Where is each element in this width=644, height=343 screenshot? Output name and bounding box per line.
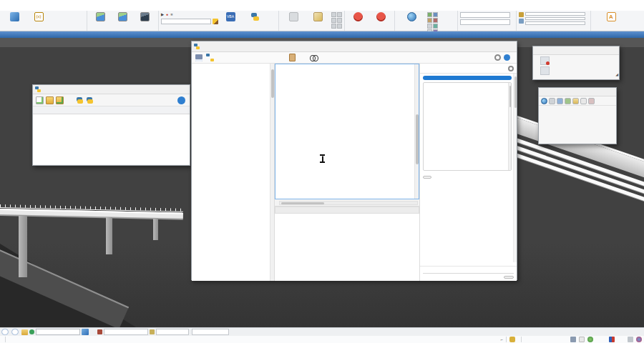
lock-icon[interactable] (509, 337, 515, 342)
show-annotation-elements-button[interactable]: A (593, 11, 629, 26)
coordinate-system-button[interactable] (397, 11, 426, 26)
gcs-details-icon[interactable] (549, 98, 555, 104)
assistant-scrollbar[interactable] (513, 74, 517, 262)
minimize-icon[interactable] (600, 89, 607, 96)
open-folder-icon[interactable] (46, 96, 54, 104)
help-icon[interactable] (504, 54, 510, 61)
convert-icon (118, 12, 127, 21)
new-script-icon[interactable] (36, 96, 44, 104)
debug-python-icon[interactable] (86, 96, 94, 104)
globe-status-icon[interactable] (587, 337, 593, 342)
maximize-icon[interactable] (168, 86, 177, 93)
input-underline[interactable] (423, 269, 514, 274)
snap-mode-icon[interactable]: ⌐ (500, 337, 503, 342)
signature-cell-button[interactable] (370, 11, 393, 26)
terminal-output[interactable] (275, 214, 419, 281)
named-expressions-button[interactable]: {x} (26, 11, 51, 26)
ole-button[interactable] (2, 11, 26, 26)
angle-field[interactable] (156, 329, 189, 335)
initialize-icon (313, 12, 323, 21)
settings-gear-icon[interactable] (494, 54, 501, 61)
edit-macro-icon[interactable] (213, 19, 218, 24)
close-icon[interactable] (178, 86, 187, 93)
view-titlebar[interactable] (0, 31, 644, 38)
acs-select[interactable] (525, 17, 585, 21)
z-field[interactable] (192, 329, 229, 335)
code-editor[interactable] (275, 64, 419, 199)
horizontal-scrollbar[interactable] (279, 201, 418, 205)
view-group-folder-icon[interactable] (21, 329, 28, 335)
gcs-export-icon[interactable] (572, 98, 579, 104)
run-python-icon[interactable] (76, 96, 84, 104)
python-editor-titlebar[interactable] (192, 41, 517, 52)
scale-lock-icon[interactable] (519, 19, 524, 24)
gcs-from-file-icon[interactable] (557, 98, 563, 104)
gcs-copy-icon[interactable] (580, 98, 587, 104)
annotation-scale-select[interactable] (525, 21, 585, 25)
record-button[interactable]: ● (166, 12, 168, 16)
display-button[interactable] (89, 11, 112, 26)
sync-icon[interactable] (579, 337, 585, 342)
vba-manager-button[interactable]: VBA (218, 11, 243, 26)
assistant-code-block[interactable] (423, 82, 512, 171)
maximize-icon[interactable] (495, 43, 504, 50)
code-scrollbar[interactable] (414, 64, 419, 199)
stop-button[interactable]: ■ (170, 12, 172, 16)
minimize-icon[interactable] (158, 86, 167, 93)
minimize-icon[interactable] (485, 43, 494, 50)
bridge-pier (106, 217, 112, 254)
find-icon[interactable] (310, 55, 318, 60)
minimize-icon[interactable] (603, 47, 610, 54)
terminal-header[interactable] (275, 207, 419, 214)
python-manager-column-headers[interactable] (33, 106, 190, 114)
connect-button[interactable] (281, 11, 306, 26)
gcs-titlebar[interactable] (539, 88, 616, 96)
status-extra-icon-2[interactable] (636, 337, 642, 342)
ribbon-group-drawing-scale (517, 11, 591, 31)
save-icon[interactable] (195, 54, 203, 61)
close-icon[interactable] (610, 47, 617, 54)
code-block-scrollbar[interactable] (508, 83, 511, 170)
view-group-select[interactable] (36, 329, 80, 335)
drawing-scale-select-1[interactable] (525, 12, 585, 16)
close-icon[interactable] (608, 89, 614, 96)
python-manager-titlebar[interactable] (33, 85, 190, 94)
gcs-from-placemark-icon[interactable] (565, 98, 571, 104)
gcs-delete-icon[interactable] (588, 98, 595, 104)
close-icon[interactable] (505, 43, 514, 50)
resize-corner-icon[interactable]: ◢ (615, 72, 618, 76)
select-extra-icon[interactable] (540, 66, 550, 75)
file-list-scrollbar[interactable] (270, 64, 274, 281)
python-icon[interactable] (206, 54, 214, 61)
settings-gear-icon[interactable] (508, 66, 514, 71)
element-selection-titlebar[interactable] (533, 46, 619, 55)
unit-select-sub[interactable] (460, 19, 510, 25)
forward-button[interactable] (11, 329, 19, 335)
convert-button[interactable] (112, 11, 134, 26)
display-icon (96, 12, 105, 21)
send-button[interactable] (504, 276, 514, 279)
status-extra-icon[interactable] (628, 337, 633, 342)
python-manager-button[interactable] (243, 11, 267, 26)
macro-script-select[interactable] (161, 19, 211, 24)
back-button[interactable] (1, 329, 9, 335)
copy-button[interactable] (423, 176, 431, 179)
initialize-button[interactable] (306, 11, 330, 26)
select-by-attributes-icon[interactable] (540, 56, 550, 65)
view-toggles-icon[interactable] (82, 329, 89, 335)
help-icon[interactable] (177, 96, 185, 104)
acs-icon[interactable] (519, 12, 524, 17)
add-folder-icon[interactable] (56, 96, 64, 104)
capture-button[interactable] (134, 11, 156, 26)
signatures-button[interactable] (347, 11, 370, 26)
paste-icon[interactable] (289, 54, 296, 61)
vba-manager-icon: VBA (226, 12, 235, 21)
flag-icon[interactable] (609, 337, 615, 342)
select-gcs-icon[interactable] (541, 98, 547, 104)
save-icon[interactable] (570, 337, 576, 342)
remove-icon[interactable] (66, 96, 74, 104)
assistant-conversation[interactable] (420, 74, 517, 266)
play-button[interactable]: ▶ (161, 12, 164, 16)
unit-select-master[interactable] (460, 12, 510, 18)
coordinate-x-field[interactable] (104, 329, 148, 335)
